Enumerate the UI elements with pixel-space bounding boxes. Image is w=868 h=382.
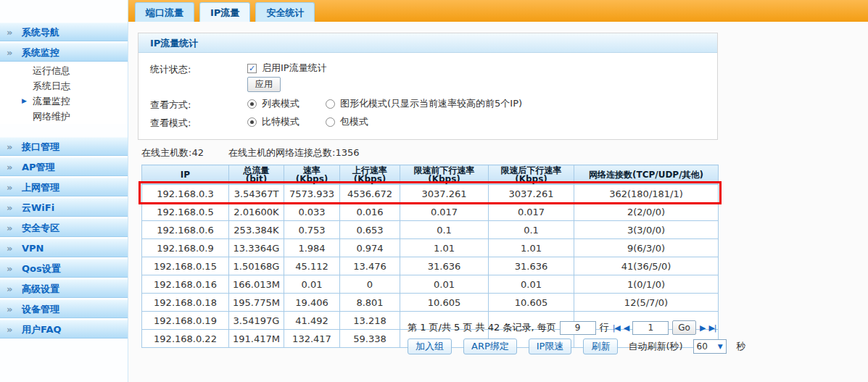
bit-mode-radio[interactable] xyxy=(247,117,257,127)
page-size-input[interactable] xyxy=(560,321,596,335)
summary-line: 在线主机数:42 在线主机的网络连接总数:1356 xyxy=(141,146,381,159)
table-cell: 19.406 xyxy=(284,294,340,312)
column-header: IP xyxy=(142,165,229,185)
table-cell: 0.1 xyxy=(400,221,489,239)
sidebar-nav: »系统导航»系统监控运行信息系统日志▶流量监控网络维护»接口管理»AP管理»上网… xyxy=(0,22,128,339)
ip-traffic-panel: IP流量统计 统计状态: ✓ 启用IP流量统计 应用 查看方式: 列表模式 图形… xyxy=(138,33,718,140)
sidebar: »系统导航»系统监控运行信息系统日志▶流量监控网络维护»接口管理»AP管理»上网… xyxy=(0,0,128,382)
list-mode-label: 列表模式 xyxy=(262,97,299,110)
auto-refresh-value: 60 xyxy=(697,341,708,352)
table-cell: 13.3364G xyxy=(229,239,284,257)
table-cell: 192.168.0.6 xyxy=(142,221,229,239)
apply-button[interactable]: 应用 xyxy=(247,77,281,92)
sidebar-item-label: 用户FAQ xyxy=(22,324,62,335)
tab[interactable]: 安全统计 xyxy=(255,2,315,22)
table-row[interactable]: 192.168.0.16166.013M0.0100.010.011(0/1/0… xyxy=(142,275,719,294)
page-info-text: 第 1 页/共 5 页 共 42 条记录, 每页 xyxy=(408,321,556,334)
table-cell: 253.384K xyxy=(229,221,284,239)
table-cell: 1.50168G xyxy=(229,257,284,275)
table-header-row: IP总流量(bit)速率(Kbps)上行速率(Kbps)限速前下行速率(Kbps… xyxy=(142,165,719,185)
column-header: 上行速率(Kbps) xyxy=(340,165,400,185)
table-row[interactable]: 192.168.0.52.01600K0.0330.0160.0170.0172… xyxy=(142,203,719,221)
table-cell: 195.775M xyxy=(229,294,284,312)
sidebar-item-label: 设备管理 xyxy=(22,304,59,315)
table-cell: 0.017 xyxy=(400,203,489,221)
tab[interactable]: 端口流量 xyxy=(135,2,194,22)
sidebar-subitem[interactable]: 网络维护 xyxy=(0,109,128,124)
table-cell: 192.168.0.5 xyxy=(142,203,229,221)
prev-page-icon[interactable]: ◀ xyxy=(624,323,629,333)
table-cell: 192.168.0.19 xyxy=(142,312,229,330)
sidebar-item[interactable]: »Qos设置 xyxy=(0,259,128,278)
table-cell: 3037.261 xyxy=(489,185,574,203)
table-cell: 0.01 xyxy=(284,275,340,294)
go-button[interactable]: Go xyxy=(672,320,696,335)
sidebar-subitem[interactable]: ▶流量监控 xyxy=(0,94,128,109)
last-page-icon[interactable]: ▶| xyxy=(708,323,716,333)
sidebar-item[interactable]: »系统监控 xyxy=(0,43,128,62)
enable-ip-stats-label: 启用IP流量统计 xyxy=(262,62,327,75)
dropdown-arrow-icon: ▼ xyxy=(718,343,723,350)
sidebar-item[interactable]: »用户FAQ xyxy=(0,320,128,339)
table-cell: 13.218 xyxy=(340,312,400,330)
sidebar-item[interactable]: »系统导航 xyxy=(0,22,128,41)
table-row[interactable]: 192.168.0.913.3364G1.9840.9741.011.019(6… xyxy=(142,239,719,257)
sidebar-item[interactable]: »AP管理 xyxy=(0,157,128,176)
graph-mode-radio[interactable] xyxy=(326,99,335,109)
table-cell: 192.168.0.22 xyxy=(142,330,229,348)
online-hosts-count: 在线主机数:42 xyxy=(141,147,204,158)
sidebar-item[interactable]: »安全专区 xyxy=(0,218,128,237)
sidebar-subitem[interactable]: 系统日志 xyxy=(0,78,128,94)
action-button[interactable]: IP限速 xyxy=(529,339,572,354)
table-cell: 7573.933 xyxy=(284,185,340,203)
table-cell: 12(5/7/0) xyxy=(574,294,719,312)
double-chevron-icon: » xyxy=(7,23,12,42)
sidebar-item[interactable]: »设备管理 xyxy=(0,299,128,318)
page-number-input[interactable] xyxy=(632,321,669,335)
table-cell: 0.1 xyxy=(489,221,574,239)
table-cell: 191.417M xyxy=(229,330,284,348)
first-page-icon[interactable]: |◀ xyxy=(613,323,620,333)
sidebar-item[interactable]: »高级设置 xyxy=(0,279,128,298)
tab[interactable]: IP流量 xyxy=(199,2,250,22)
table-cell: 192.168.0.16 xyxy=(142,275,229,294)
table-cell: 13.476 xyxy=(340,257,400,275)
enable-ip-stats-group: ✓ 启用IP流量统计 xyxy=(247,62,327,75)
table-cell: 10.605 xyxy=(400,294,489,312)
action-button[interactable]: 刷新 xyxy=(583,339,618,354)
table-cell: 192.168.0.15 xyxy=(142,257,229,275)
sidebar-item[interactable]: »接口管理 xyxy=(0,137,128,156)
pagination-bar: 第 1 页/共 5 页 共 42 条记录, 每页 行 |◀ ◀ Go ▶ ▶| xyxy=(408,320,716,335)
packet-mode-radio[interactable] xyxy=(326,117,335,127)
tab-strip: 端口流量IP流量安全统计 xyxy=(135,2,315,22)
action-button[interactable]: 加入组 xyxy=(408,339,452,354)
action-button[interactable]: ARP绑定 xyxy=(463,339,517,354)
panel-title: IP流量统计 xyxy=(139,33,717,53)
sidebar-item-label: VPN xyxy=(22,243,44,254)
table-cell: 132.417 xyxy=(284,330,340,348)
action-toolbar: 加入组ARP绑定IP限速刷新 自动刷新(秒) 60 ▼ 秒 xyxy=(408,339,746,354)
table-row[interactable]: 192.168.0.6253.384K0.7530.6530.10.13(3/0… xyxy=(142,221,719,239)
sidebar-item-label: 高级设置 xyxy=(22,283,59,294)
table-row[interactable]: 192.168.0.18195.775M19.4068.80110.60510.… xyxy=(142,294,719,312)
double-chevron-icon: » xyxy=(7,158,12,177)
table-cell: 0.753 xyxy=(284,221,340,239)
table-row[interactable]: 192.168.0.151.50168G45.11213.47631.63631… xyxy=(142,257,719,275)
sidebar-item[interactable]: »云WiFi xyxy=(0,198,128,217)
double-chevron-icon: » xyxy=(7,219,12,238)
main-content: IP流量统计 统计状态: ✓ 启用IP流量统计 应用 查看方式: 列表模式 图形… xyxy=(128,22,868,382)
double-chevron-icon: » xyxy=(7,280,12,299)
sidebar-item[interactable]: »VPN xyxy=(0,238,128,257)
view-mode-label: 查看模式: xyxy=(150,117,191,130)
list-mode-radio[interactable] xyxy=(247,99,257,109)
table-cell: 192.168.0.18 xyxy=(142,294,229,312)
enable-ip-stats-checkbox[interactable]: ✓ xyxy=(247,64,257,73)
sidebar-item[interactable]: »上网管理 xyxy=(0,178,128,196)
packet-mode-label: 包模式 xyxy=(340,115,368,128)
check-icon: ✓ xyxy=(249,64,255,73)
next-page-icon[interactable]: ▶ xyxy=(700,323,705,333)
auto-refresh-select[interactable]: 60 ▼ xyxy=(693,339,727,354)
table-row[interactable]: 192.168.0.33.54367T7573.9334536.6723037.… xyxy=(142,185,719,203)
sidebar-subitem[interactable]: 运行信息 xyxy=(0,63,128,78)
table-cell: 166.013M xyxy=(229,275,284,294)
